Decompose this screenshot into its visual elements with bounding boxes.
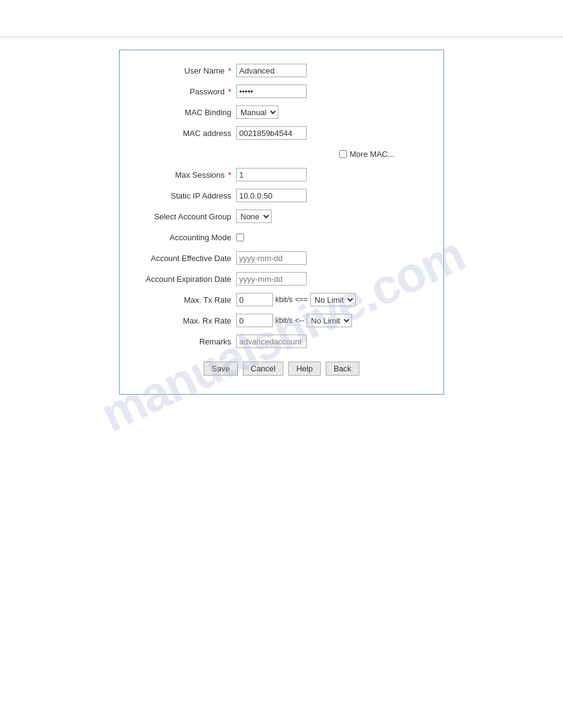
expiration-date-input[interactable] xyxy=(236,272,307,286)
button-row: Save Cancel Help Back xyxy=(138,362,425,376)
static-ip-row: Static IP Address xyxy=(138,188,425,203)
more-mac-wrapper: More MAC... xyxy=(339,150,394,159)
password-input[interactable] xyxy=(236,85,307,98)
username-label: User Name * xyxy=(138,66,236,75)
max-tx-rate-row: kbit/s <== No Limit xyxy=(236,293,356,306)
tx-arrow-label: <== xyxy=(295,295,308,304)
account-group-select[interactable]: None xyxy=(236,210,272,223)
username-row: User Name * xyxy=(138,63,425,78)
form-container: User Name * Password * MAC Binding Manua… xyxy=(119,50,444,395)
more-mac-checkbox[interactable] xyxy=(339,150,347,158)
max-rx-rate-row: kbit/s <-- No Limit xyxy=(236,314,352,327)
rx-arrow-label: <-- xyxy=(295,316,304,325)
rx-kbits-label: kbit/s xyxy=(275,316,293,325)
page-wrapper: User Name * Password * MAC Binding Manua… xyxy=(0,0,563,728)
max-tx-label: Max. Tx Rate xyxy=(138,295,236,305)
rx-limit-select[interactable]: No Limit xyxy=(307,314,352,327)
expiration-date-label: Account Expiration Date xyxy=(138,275,236,284)
static-ip-input[interactable] xyxy=(236,189,307,202)
max-sessions-row: Max Sessions * xyxy=(138,167,425,183)
mac-binding-label: MAC Binding xyxy=(138,108,236,117)
max-sessions-input[interactable] xyxy=(236,168,307,181)
expiration-date-row: Account Expiration Date xyxy=(138,271,425,287)
remarks-input[interactable] xyxy=(236,335,307,348)
mac-address-row: MAC address xyxy=(138,125,425,141)
effective-date-label: Account Effective Date xyxy=(138,254,236,263)
tx-kbits-label: kbit/s xyxy=(275,295,293,304)
remarks-label: Remarks xyxy=(138,337,236,346)
effective-date-row: Account Effective Date xyxy=(138,250,425,266)
cancel-button[interactable]: Cancel xyxy=(243,362,283,376)
top-divider xyxy=(0,37,563,37)
accounting-mode-checkbox[interactable] xyxy=(236,233,244,241)
accounting-mode-label: Accounting Mode xyxy=(138,233,236,242)
username-required: * xyxy=(228,66,231,75)
save-button[interactable]: Save xyxy=(204,362,238,376)
tx-limit-select[interactable]: No Limit xyxy=(310,293,356,306)
more-mac-row: More MAC... xyxy=(138,146,425,162)
max-rx-input[interactable] xyxy=(236,314,273,327)
username-input[interactable] xyxy=(236,64,307,77)
mac-address-input[interactable] xyxy=(236,126,307,140)
max-rx-row: Max. Rx Rate kbit/s <-- No Limit xyxy=(138,313,425,328)
remarks-row: Remarks xyxy=(138,333,425,349)
max-tx-input[interactable] xyxy=(236,293,273,306)
max-rx-label: Max. Rx Rate xyxy=(138,316,236,325)
static-ip-label: Static IP Address xyxy=(138,191,236,200)
mac-binding-select[interactable]: Manual Auto xyxy=(236,105,278,119)
max-sessions-required: * xyxy=(228,170,231,180)
effective-date-input[interactable] xyxy=(236,251,307,265)
password-label: Password * xyxy=(138,87,236,96)
password-row: Password * xyxy=(138,83,425,99)
mac-binding-row: MAC Binding Manual Auto xyxy=(138,104,425,120)
max-sessions-label: Max Sessions * xyxy=(138,170,236,180)
account-group-label: Select Account Group xyxy=(138,212,236,221)
mac-address-label: MAC address xyxy=(138,129,236,138)
password-required: * xyxy=(228,87,231,96)
accounting-mode-row: Accounting Mode xyxy=(138,229,425,245)
help-button[interactable]: Help xyxy=(288,362,321,376)
more-mac-label: More MAC... xyxy=(350,150,394,159)
back-button[interactable]: Back xyxy=(326,362,359,376)
account-group-row: Select Account Group None xyxy=(138,208,425,224)
max-tx-row: Max. Tx Rate kbit/s <== No Limit xyxy=(138,292,425,308)
